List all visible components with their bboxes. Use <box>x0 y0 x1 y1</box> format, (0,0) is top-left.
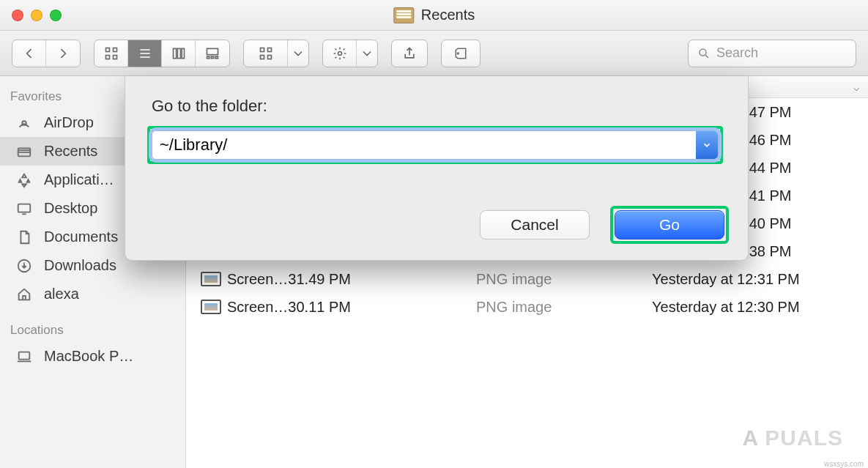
chevron-down-icon <box>288 40 308 67</box>
view-switcher <box>94 40 230 67</box>
svg-rect-7 <box>207 48 218 54</box>
svg-rect-5 <box>177 48 180 58</box>
home-icon <box>15 286 34 302</box>
file-name: Screen…30.11 PM <box>227 299 476 316</box>
close-window-button[interactable] <box>12 10 23 21</box>
chevron-down-icon <box>357 40 377 67</box>
toolbar: Search <box>0 31 868 76</box>
go-to-folder-sheet: Go to the folder: Cancel Go <box>125 76 749 261</box>
sort-indicator-icon: ⌵ <box>853 81 859 93</box>
table-row[interactable]: Screen…30.11 PMPNG imageYesterday at 12:… <box>186 293 868 321</box>
svg-point-15 <box>338 51 341 55</box>
action-menu[interactable] <box>322 40 378 67</box>
airdrop-icon <box>15 115 34 131</box>
sidebar-section-locations: Locations <box>0 319 185 342</box>
zoom-window-button[interactable] <box>50 10 62 21</box>
sidebar-item-label: alexa <box>44 286 79 302</box>
table-row[interactable]: Screen…31.49 PMPNG imageYesterday at 12:… <box>186 265 868 293</box>
window-controls <box>0 10 62 21</box>
applications-icon <box>15 172 34 188</box>
svg-rect-6 <box>182 48 184 58</box>
arrange-menu[interactable] <box>243 40 309 67</box>
file-kind: PNG image <box>476 271 652 288</box>
svg-rect-14 <box>267 55 271 59</box>
sidebar-item-label: Documents <box>44 229 118 245</box>
search-icon <box>697 47 711 60</box>
svg-rect-10 <box>215 56 218 59</box>
file-kind: PNG image <box>476 299 652 316</box>
svg-rect-20 <box>18 204 31 212</box>
recents-icon <box>15 144 34 160</box>
path-combobox[interactable] <box>152 130 719 160</box>
path-dropdown-button[interactable] <box>696 131 718 159</box>
list-view-button[interactable] <box>128 40 162 67</box>
minimize-window-button[interactable] <box>31 10 42 21</box>
sidebar-item-label: Recents <box>44 143 97 160</box>
titlebar: Recents <box>0 0 868 31</box>
window-title: Recents <box>393 7 475 23</box>
button-label: Go <box>659 216 680 234</box>
svg-rect-0 <box>105 48 109 51</box>
share-button[interactable] <box>391 40 428 67</box>
svg-rect-1 <box>113 48 116 51</box>
svg-rect-13 <box>260 55 264 59</box>
recents-folder-icon <box>393 7 414 23</box>
button-label: Cancel <box>511 216 558 234</box>
laptop-icon <box>15 349 34 365</box>
file-date: Yesterday at 12:31 PM <box>652 271 868 288</box>
svg-rect-9 <box>211 56 213 59</box>
path-input[interactable] <box>152 131 696 159</box>
go-button[interactable]: Go <box>615 210 724 239</box>
column-view-button[interactable] <box>162 40 196 67</box>
svg-rect-8 <box>207 56 209 59</box>
file-thumbnail-icon <box>201 300 221 314</box>
svg-rect-22 <box>19 352 30 359</box>
downloads-icon <box>15 258 34 274</box>
window-title-text: Recents <box>421 7 475 23</box>
svg-rect-11 <box>260 48 264 51</box>
sidebar-item-label: MacBook P… <box>44 348 133 365</box>
file-date: Yesterday at 12:30 PM <box>652 299 868 316</box>
watermark-logo: A A PUALSPUALS <box>742 426 843 450</box>
nav-buttons <box>12 40 81 67</box>
sidebar-item-label: Downloads <box>44 257 116 274</box>
search-field[interactable]: Search <box>688 40 856 67</box>
file-name: Screen…31.49 PM <box>227 271 476 288</box>
watermark-text: wsxsys.com <box>824 460 864 468</box>
svg-point-17 <box>700 49 706 56</box>
sheet-label: Go to the folder: <box>152 97 726 116</box>
sidebar-item-macbook[interactable]: MacBook P… <box>0 342 185 371</box>
svg-point-16 <box>457 53 459 54</box>
sidebar-item-label: AirDrop <box>44 114 94 131</box>
tags-button[interactable] <box>441 40 481 67</box>
icon-view-button[interactable] <box>94 40 128 67</box>
file-thumbnail-icon <box>201 272 221 286</box>
chevron-down-icon <box>702 140 712 150</box>
gear-icon <box>323 40 357 67</box>
cancel-button[interactable]: Cancel <box>480 210 590 239</box>
search-placeholder: Search <box>716 45 758 61</box>
path-highlight <box>147 126 723 164</box>
forward-button[interactable] <box>46 40 80 67</box>
sidebar-item-label: Desktop <box>44 200 97 217</box>
svg-rect-4 <box>173 48 176 58</box>
go-highlight: Go <box>610 206 729 244</box>
svg-rect-3 <box>113 55 116 59</box>
gallery-view-button[interactable] <box>196 40 229 67</box>
sidebar-item-label: Applicati… <box>44 171 114 188</box>
arrange-icon <box>244 40 288 67</box>
sidebar-item-home[interactable]: alexa <box>0 280 185 308</box>
svg-rect-2 <box>105 55 109 59</box>
svg-rect-12 <box>267 48 271 51</box>
back-button[interactable] <box>12 40 46 67</box>
documents-icon <box>15 229 34 245</box>
desktop-icon <box>15 201 34 217</box>
